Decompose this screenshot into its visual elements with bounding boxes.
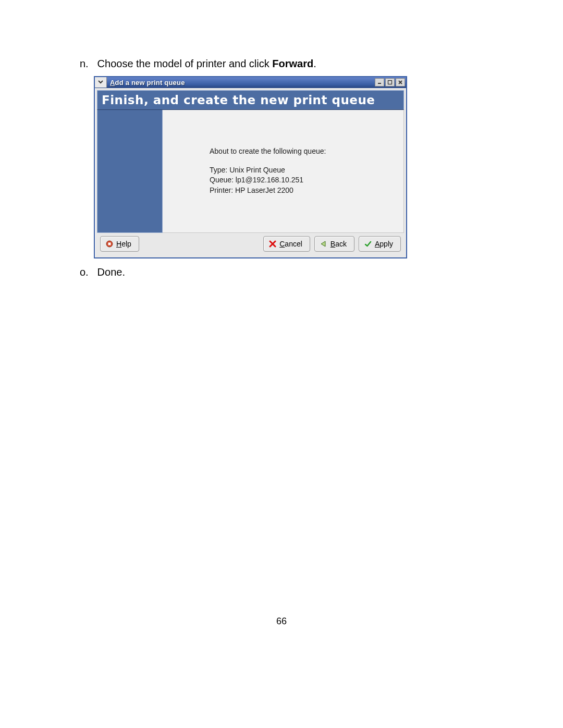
svg-marker-8 <box>321 241 325 246</box>
minimize-icon <box>377 80 382 85</box>
instruction-step-n: n. Choose the model of printer and click… <box>80 57 316 70</box>
page-number: 66 <box>0 616 563 627</box>
window-controls <box>375 77 406 88</box>
maximize-button[interactable] <box>385 78 395 87</box>
title-bar: Add a new print queue <box>95 77 406 88</box>
help-button[interactable]: Help <box>100 236 139 252</box>
step-n-marker: n. <box>80 57 94 70</box>
step-n-text-bold: Forward <box>272 58 313 69</box>
dialog-window: Add a new print queue <box>94 76 407 258</box>
step-n-text-post: . <box>313 58 316 69</box>
content-intro: About to create the following queue: <box>210 146 399 157</box>
window-menu-button[interactable] <box>95 77 107 88</box>
help-button-label: Help <box>116 240 131 248</box>
apply-button-label: Apply <box>375 240 393 248</box>
chevron-down-icon <box>97 79 104 86</box>
wizard-body: About to create the following queue: Typ… <box>97 110 404 233</box>
back-button[interactable]: Back <box>314 236 354 252</box>
wizard-side-panel <box>97 110 163 233</box>
content-queue-line: Queue: lp1@192.168.10.251 <box>210 175 399 186</box>
wizard-button-bar: Help Cancel Back Apply <box>100 236 401 252</box>
wizard-content: About to create the following queue: Typ… <box>163 110 404 233</box>
step-o-text: Done. <box>97 266 125 278</box>
svg-rect-1 <box>388 81 392 84</box>
step-o-marker: o. <box>80 266 94 278</box>
cancel-button-label: Cancel <box>279 240 302 248</box>
content-printer-line: Printer: HP LaserJet 2200 <box>210 186 399 196</box>
back-arrow-icon <box>320 240 327 248</box>
maximize-icon <box>387 80 393 85</box>
svg-rect-5 <box>108 243 111 245</box>
wizard-banner-text: Finish, and create the new print queue <box>102 93 375 107</box>
cancel-button[interactable]: Cancel <box>263 236 310 252</box>
help-icon <box>106 240 113 248</box>
wizard-banner: Finish, and create the new print queue <box>97 90 404 110</box>
close-button[interactable] <box>396 78 405 87</box>
window-title: Add a new print queue <box>107 77 375 88</box>
content-type-line: Type: Unix Print Queue <box>210 165 399 176</box>
check-icon <box>364 240 372 248</box>
minimize-button[interactable] <box>375 78 384 87</box>
instruction-step-o: o. Done. <box>80 266 125 278</box>
cancel-x-icon <box>269 240 276 248</box>
step-n-text-pre: Choose the model of printer and click <box>97 58 273 69</box>
close-icon <box>398 80 403 85</box>
back-button-label: Back <box>331 240 347 248</box>
apply-button[interactable]: Apply <box>359 236 401 252</box>
